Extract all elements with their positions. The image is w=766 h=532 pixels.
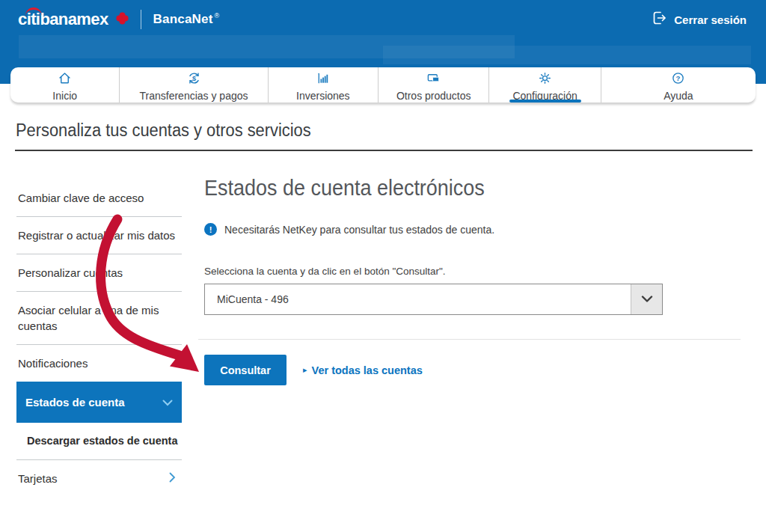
sidebar-item-tarjetas[interactable]: Tarjetas (16, 460, 182, 497)
triangle-bullet-icon: ▸ (303, 366, 307, 374)
account-select-label: Selecciona la cuenta y da clic en el bot… (204, 266, 741, 277)
tab-otros-productos[interactable]: Otros productos (379, 67, 489, 103)
tab-inversiones[interactable]: Inversiones (269, 67, 379, 103)
svg-text:?: ? (676, 73, 681, 82)
redacted-user-info-bar (383, 46, 751, 64)
tab-label: Ayuda (664, 90, 693, 102)
page-title: Personaliza tus cuentas y otros servicio… (16, 120, 311, 141)
bancanet-page: citibanamex BancaNet® (0, 0, 766, 532)
svg-text:$: $ (192, 74, 195, 82)
link-label: Ver todas las cuentas (312, 364, 423, 376)
info-icon: ! (204, 223, 217, 236)
registered-mark: ® (215, 12, 220, 19)
home-icon (58, 71, 72, 88)
section-heading: Estados de cuenta electrónicos (204, 175, 703, 201)
tab-label: Inicio (52, 90, 77, 102)
account-select[interactable]: MiCuenta - 496 (204, 284, 663, 315)
tab-label: Inversiones (296, 90, 350, 102)
tab-label: Transferencias y pagos (140, 90, 248, 102)
logout-icon (651, 10, 667, 29)
brand-area: citibanamex BancaNet® (18, 9, 219, 30)
sidebar-item-notificaciones[interactable]: Notificaciones (16, 345, 182, 382)
logo-divider (141, 10, 141, 29)
logout-button[interactable]: Cerrar sesión (651, 10, 747, 29)
ver-todas-las-cuentas-link[interactable]: ▸ Ver todas las cuentas (303, 364, 423, 376)
transfer-money-icon: $ (187, 71, 201, 88)
bar-chart-icon (316, 71, 330, 88)
help-icon: ? (671, 71, 685, 88)
sidebar-item-cambiar-clave[interactable]: Cambiar clave de acceso (16, 180, 182, 217)
content-divider (198, 339, 741, 340)
main-nav-tabbar: Inicio $ Transferencias y pagos (10, 67, 756, 103)
tab-ayuda[interactable]: ? Ayuda (601, 67, 756, 103)
chevron-down-icon (641, 296, 653, 303)
logout-label: Cerrar sesión (674, 13, 747, 26)
sidebar-subitem-descargar-estados[interactable]: Descargar estados de cuenta (16, 423, 182, 460)
chevron-down-icon (162, 394, 173, 410)
product-name: BancaNet® (153, 12, 220, 27)
citi-arc (25, 7, 42, 16)
tab-configuracion[interactable]: Configuración (489, 67, 601, 103)
gear-icon (538, 71, 552, 88)
select-chevron-button[interactable] (631, 284, 662, 314)
actions-row: Consultar ▸ Ver todas las cuentas (204, 355, 741, 385)
notice-text: Necesitarás NetKey para consultar tus es… (224, 224, 494, 236)
chevron-right-icon (169, 471, 176, 486)
consultar-button[interactable]: Consultar (204, 355, 287, 385)
settings-sidebar: Cambiar clave de acceso Registrar o actu… (16, 180, 182, 497)
sidebar-item-asociar-celular[interactable]: Asociar celular a una de mis cuentas (16, 292, 182, 345)
account-select-value: MiCuenta - 496 (205, 293, 631, 305)
credit-card-icon (426, 71, 441, 88)
netkey-notice: ! Necesitarás NetKey para consultar tus … (204, 223, 741, 236)
sidebar-item-registrar-datos[interactable]: Registrar o actualizar mis datos (16, 217, 182, 254)
active-tab-underline (509, 100, 581, 103)
tab-label: Otros productos (396, 90, 471, 102)
tab-inicio[interactable]: Inicio (10, 67, 120, 103)
sidebar-item-personalizar-cuentas[interactable]: Personalizar cuentas (16, 254, 182, 292)
title-divider (15, 150, 753, 151)
tab-transferencias-y-pagos[interactable]: $ Transferencias y pagos (120, 67, 268, 103)
main-content: Estados de cuenta electrónicos ! Necesit… (204, 175, 741, 385)
citibanamex-logo: citibanamex (18, 9, 108, 30)
banamex-flower-icon (116, 12, 129, 28)
sidebar-item-estados-de-cuenta[interactable]: Estados de cuenta (16, 382, 182, 423)
